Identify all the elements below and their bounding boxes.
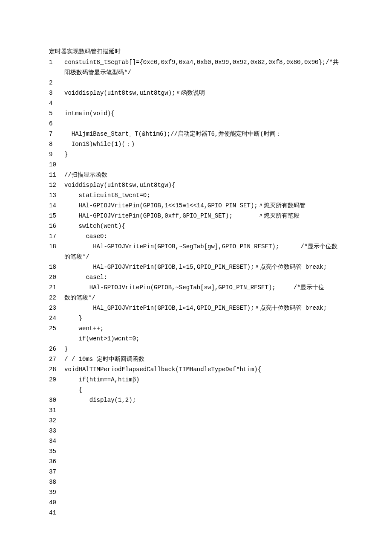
code-row: 28voidHAlTIMPeriodElapsedCallback(TIMHan… bbox=[49, 364, 343, 375]
code-row: 2 bbox=[49, 78, 343, 88]
code-text: } bbox=[64, 344, 343, 354]
line-number: 30 bbox=[49, 395, 64, 405]
code-row: 37 bbox=[49, 467, 343, 477]
line-number: 2 bbox=[49, 78, 64, 88]
line-number: 23 bbox=[49, 303, 64, 313]
line-number: 3 bbox=[49, 88, 64, 98]
line-number: 32 bbox=[49, 416, 64, 426]
code-text: case0: bbox=[64, 231, 343, 241]
code-row: 1constuint8_tSegTab[]={0xc0,0xf9,0xa4,0x… bbox=[49, 57, 343, 78]
code-text: casel: bbox=[64, 272, 343, 282]
line-number: 1 bbox=[49, 57, 64, 78]
code-text bbox=[64, 119, 343, 129]
code-listing: 1constuint8_tSegTab[]={0xc0,0xf9,0xa4,0x… bbox=[49, 57, 343, 518]
code-text: if(htim==A,htimβ) bbox=[64, 375, 343, 385]
line-number: 28 bbox=[49, 364, 64, 375]
code-text bbox=[64, 508, 343, 518]
code-row: 29 if(htim==A,htimβ) bbox=[49, 375, 343, 385]
code-text: HAl-GPIOJVritePin(GPIOB,~SegTab[gw],GPIO… bbox=[64, 241, 343, 262]
line-number: 18 bbox=[49, 262, 64, 272]
code-text: switch(went){ bbox=[64, 221, 343, 231]
code-text: HAl-GPIOJVritePin(GPIOB,0xff,GPIO_PIN_SE… bbox=[64, 211, 343, 221]
code-text: constuint8_tSegTab[]={0xc0,0xf9,0xa4,0xb… bbox=[64, 57, 343, 78]
code-text: intmain(void){ bbox=[64, 108, 343, 119]
code-row: 22数的笔段*/ bbox=[49, 293, 343, 303]
code-text bbox=[64, 497, 343, 508]
code-text bbox=[64, 436, 343, 446]
code-row: 39 bbox=[49, 487, 343, 497]
line-number: 38 bbox=[49, 477, 64, 487]
line-number: 27 bbox=[49, 354, 64, 364]
code-row: 12voiddisplay(uint8tsw,uint8tgw){ bbox=[49, 180, 343, 190]
code-row: 31 bbox=[49, 405, 343, 416]
code-text bbox=[64, 487, 343, 497]
code-row: 10 bbox=[49, 160, 343, 170]
code-text: voidHAlTIMPeriodElapsedCallback(TIMHandl… bbox=[64, 364, 343, 375]
code-text: //扫描显示函数 bbox=[64, 170, 343, 180]
code-row: 40 bbox=[49, 497, 343, 508]
line-number: 15 bbox=[49, 211, 64, 221]
page-title: 定时器实现数码管扫描延时 bbox=[49, 47, 343, 56]
code-text bbox=[64, 446, 343, 456]
code-text bbox=[64, 416, 343, 426]
line-number: 11 bbox=[49, 170, 64, 180]
line-number: 7 bbox=[49, 129, 64, 139]
code-row: 41 bbox=[49, 508, 343, 518]
code-row: 8 Ion1S)while(1)(；) bbox=[49, 139, 343, 149]
code-text bbox=[64, 456, 343, 467]
code-text bbox=[64, 426, 343, 436]
code-row: 6 bbox=[49, 119, 343, 129]
code-row: 21 HAl-GPIOJVritePin(GPIOB,~SegTab[sw],G… bbox=[49, 282, 343, 293]
code-row: 15 HAl-GPIOJVritePin(GPIOB,0xff,GPIO_PIN… bbox=[49, 211, 343, 221]
code-row: 14 HAl-GPIOJVritePin(GPIOB,1<<15≡1<<14,G… bbox=[49, 200, 343, 211]
code-text: went++; bbox=[64, 323, 343, 334]
document-page: 定时器实现数码管扫描延时 1constuint8_tSegTab[]={0xc0… bbox=[0, 0, 392, 535]
code-row: 32 bbox=[49, 416, 343, 426]
line-number: 41 bbox=[49, 508, 64, 518]
line-number bbox=[49, 334, 64, 344]
code-text bbox=[64, 477, 343, 487]
line-number: 35 bbox=[49, 446, 64, 456]
line-number: 14 bbox=[49, 200, 64, 211]
code-text: HAl-GPIOJVritePin(GPIOB,1<<15≡1<<14,GPIO… bbox=[64, 200, 343, 211]
line-number: 4 bbox=[49, 98, 64, 108]
line-number: 10 bbox=[49, 160, 64, 170]
code-row: 16 switch(went){ bbox=[49, 221, 343, 231]
code-text: voiddisplay(uint8tsw,uint8tgw);〃函数说明 bbox=[64, 88, 343, 98]
line-number: 17 bbox=[49, 231, 64, 241]
line-number: 39 bbox=[49, 487, 64, 497]
line-number: 22 bbox=[49, 293, 64, 303]
code-text bbox=[64, 98, 343, 108]
code-row: 34 bbox=[49, 436, 343, 446]
code-row: 25 went++; bbox=[49, 323, 343, 334]
code-text: { bbox=[64, 385, 343, 395]
line-number: 31 bbox=[49, 405, 64, 416]
code-text: HAljm1Base_Start」T(&htim6);//启动定时器T6,并使能… bbox=[64, 129, 343, 139]
line-number: 6 bbox=[49, 119, 64, 129]
code-text: / / 10ms 定时中断回调函数 bbox=[64, 354, 343, 364]
code-row: 5intmain(void){ bbox=[49, 108, 343, 119]
line-number: 8 bbox=[49, 139, 64, 149]
code-row: 9} bbox=[49, 149, 343, 160]
code-row: { bbox=[49, 385, 343, 395]
code-row: 17 case0: bbox=[49, 231, 343, 241]
code-text: Ion1S)while(1)(；) bbox=[64, 139, 343, 149]
code-row: 11//扫描显示函数 bbox=[49, 170, 343, 180]
code-row: 13 staticuint8_twcnt=0; bbox=[49, 190, 343, 200]
code-text: HAl-GPIOJVritePin(GPIOB,~SegTab[sw],GPIO… bbox=[64, 282, 343, 293]
code-row: 3voiddisplay(uint8tsw,uint8tgw);〃函数说明 bbox=[49, 88, 343, 98]
code-text: HAl_GPIOJVritePin(GPIOB,l«14,GPIO_PIN_RE… bbox=[64, 303, 343, 313]
code-row: 35 bbox=[49, 446, 343, 456]
code-text bbox=[64, 467, 343, 477]
line-number: 29 bbox=[49, 375, 64, 385]
code-text: display(1,2); bbox=[64, 395, 343, 405]
line-number: 9 bbox=[49, 149, 64, 160]
line-number: 24 bbox=[49, 313, 64, 323]
line-number: 20 bbox=[49, 272, 64, 282]
line-number: 16 bbox=[49, 221, 64, 231]
line-number: 5 bbox=[49, 108, 64, 119]
line-number: 12 bbox=[49, 180, 64, 190]
code-row: 24 } bbox=[49, 313, 343, 323]
code-text: } bbox=[64, 149, 343, 160]
line-number: 21 bbox=[49, 282, 64, 293]
